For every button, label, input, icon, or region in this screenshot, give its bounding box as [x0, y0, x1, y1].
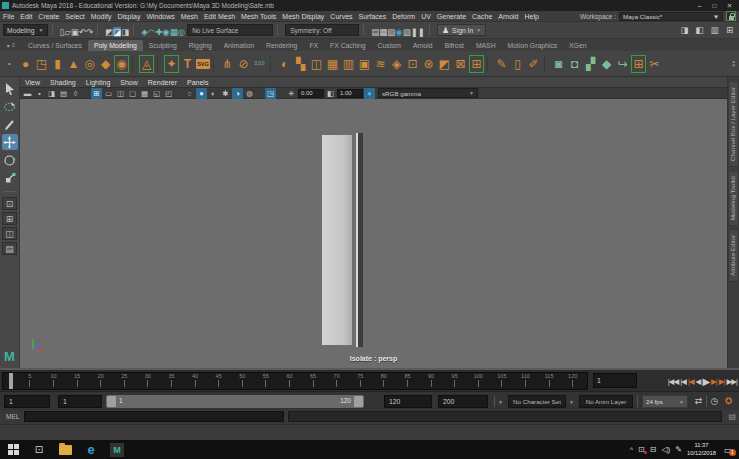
exposure-icon[interactable]: ✳	[286, 88, 297, 99]
menu-generate[interactable]: Generate	[434, 13, 469, 20]
play-backwards-button[interactable]: ◀	[696, 377, 701, 386]
exposure-field[interactable]: 0.00	[298, 89, 324, 98]
shelf-tab-custom[interactable]: Custom	[372, 40, 407, 51]
spin-edge-icon[interactable]: ↪	[615, 55, 630, 73]
range-slider[interactable]: 1 120	[106, 395, 364, 408]
display-icon[interactable]: ⊟	[650, 445, 657, 454]
auto-keyframe-icon[interactable]: ✪	[722, 395, 735, 408]
sign-in-button[interactable]: ♟ Sign In ▼	[437, 24, 486, 36]
timeline-track[interactable]: 5101520253035404550556065707580859095100…	[2, 372, 588, 390]
mel-label[interactable]: MEL	[6, 413, 19, 420]
multi-component-icon[interactable]: ✂	[647, 55, 662, 73]
playback-loop-icon[interactable]: ⇄	[692, 395, 705, 408]
textured-icon[interactable]: ◐	[208, 88, 219, 99]
poly-cube-icon[interactable]: ◳	[34, 55, 49, 73]
gamma-field[interactable]: 1.00	[337, 89, 363, 98]
target-weld-icon[interactable]: ◙	[551, 55, 566, 73]
ambient-occlusion-icon[interactable]: ◍	[244, 88, 255, 99]
minimize-button[interactable]: –	[692, 0, 707, 11]
menu-curves[interactable]: Curves	[327, 13, 355, 20]
task-view-icon[interactable]: ⊡	[26, 444, 52, 455]
range-start-handle[interactable]	[107, 396, 116, 407]
layout-four-pane-button[interactable]: ⊞	[2, 212, 17, 225]
svg-tool-icon[interactable]: SVG	[196, 59, 210, 69]
use-all-lights-icon[interactable]: ✱	[220, 88, 231, 99]
shelf-tab-motion-graphics[interactable]: Motion Graphics	[502, 40, 564, 51]
image-plane-icon[interactable]: ▤	[58, 88, 69, 99]
smooth-preview-icon[interactable]: ⊞	[469, 55, 484, 73]
previous-key-button[interactable]: |◀	[680, 377, 686, 386]
shadows-icon[interactable]: ◑	[232, 88, 243, 99]
bridge-icon[interactable]: ⊛	[421, 55, 436, 73]
menu-surfaces[interactable]: Surfaces	[356, 13, 390, 20]
animation-end-field[interactable]: 200	[438, 395, 488, 408]
menu-mesh-tools[interactable]: Mesh Tools	[238, 13, 279, 20]
close-button[interactable]: ✕	[722, 0, 737, 11]
panel-tab-modeling-toolkit[interactable]: Modeling Toolkit	[728, 170, 739, 226]
make-hole-icon[interactable]: ◆	[599, 55, 614, 73]
anim-preferences-icon[interactable]: ◷	[708, 395, 721, 408]
smooth-icon[interactable]: ◈	[389, 55, 404, 73]
undo-icon[interactable]: ↶	[79, 27, 86, 37]
smooth-shade-icon[interactable]: ●	[196, 88, 207, 99]
shelf-tab-bifrost[interactable]: Bifrost	[439, 40, 470, 51]
chevron-down-icon[interactable]: ▼	[498, 399, 503, 405]
project-curve-icon[interactable]: ◩	[437, 55, 452, 73]
volume-icon[interactable]: ◁)	[661, 445, 670, 454]
shelf-tab-fx-caching[interactable]: FX Caching	[324, 40, 372, 51]
maximize-button[interactable]: □	[707, 0, 722, 11]
select-object-icon[interactable]: ◪	[113, 27, 121, 37]
redo-icon[interactable]: ↷	[86, 27, 93, 37]
current-frame-marker[interactable]	[9, 373, 13, 389]
move-tool[interactable]	[2, 134, 18, 150]
range-end-handle[interactable]	[354, 396, 363, 407]
snap-to-curves-icon[interactable]: ◠	[148, 27, 155, 37]
bevel-icon[interactable]: ⊡	[405, 55, 420, 73]
next-key-button[interactable]: ▶|	[719, 377, 725, 386]
start-button[interactable]	[0, 444, 26, 455]
mirror-icon[interactable]: ◫	[309, 55, 324, 73]
rotate-tool[interactable]	[2, 152, 18, 168]
step-back-button[interactable]: |◀	[688, 377, 694, 386]
grid-toggle-icon[interactable]: ⊞	[91, 88, 102, 99]
workspace-select[interactable]: Maya Classic* ▼	[619, 12, 723, 21]
shelf-menu-icon[interactable]: •	[2, 55, 17, 73]
select-camera-icon[interactable]: ▬	[22, 88, 33, 99]
mel-input[interactable]	[24, 411, 284, 422]
layout-two-pane-button[interactable]: ◫	[2, 227, 17, 240]
menu-display[interactable]: Display	[114, 13, 143, 20]
group-divider[interactable]	[52, 24, 56, 36]
resolution-gate-icon[interactable]: ◫	[115, 88, 126, 99]
shelf-tab-sculpting[interactable]: Sculpting	[143, 40, 183, 51]
menu-arnold[interactable]: Arnold	[495, 13, 521, 20]
sweep-mesh-icon[interactable]: ⋔	[220, 55, 235, 73]
maya-taskbar-icon[interactable]: M	[104, 443, 130, 457]
live-surface-field[interactable]: No Live Surface	[187, 24, 273, 36]
menu-edit[interactable]: Edit	[17, 13, 35, 20]
isolate-select-icon[interactable]: ◳	[265, 88, 276, 99]
ipr-render-icon[interactable]: ▧	[387, 27, 395, 37]
pan-zoom-icon[interactable]: ◊	[70, 88, 81, 99]
channel-box-toggle-icon[interactable]: ▥	[708, 24, 721, 37]
render-current-frame-icon[interactable]: ▦	[379, 27, 387, 37]
chevron-down-icon[interactable]: ▼	[569, 399, 574, 405]
poly-plane-icon[interactable]: ◆	[98, 55, 113, 73]
current-frame-field[interactable]: 1	[593, 373, 637, 388]
menu-help[interactable]: Help	[522, 13, 542, 20]
symmetry-toggle-icon[interactable]: ⊞	[631, 55, 646, 73]
combine-icon[interactable]: ◐	[277, 55, 292, 73]
menu-mesh-display[interactable]: Mesh Display	[279, 13, 327, 20]
offset-edge-loop-icon[interactable]: ✐	[526, 55, 541, 73]
taskbar-clock[interactable]: 11:37 10/12/2018	[687, 442, 716, 456]
multi-cut-icon[interactable]: ✎	[494, 55, 509, 73]
reduce-icon[interactable]: ▥	[341, 55, 356, 73]
tray-expand-icon[interactable]: ^	[630, 446, 633, 453]
make-object-live-icon[interactable]: ◎	[178, 27, 185, 37]
shelf-collapse-controls[interactable]: ▾≡	[0, 42, 22, 51]
go-to-start-button[interactable]: |◀◀	[668, 377, 678, 386]
safe-action-icon[interactable]: ◱	[151, 88, 162, 99]
workspace-lock-icon[interactable]	[726, 11, 736, 21]
menu-cache[interactable]: Cache	[469, 13, 495, 20]
snap-to-projected-center-icon[interactable]: ◉	[162, 27, 169, 37]
script-editor-icon[interactable]: ▤	[728, 412, 736, 421]
